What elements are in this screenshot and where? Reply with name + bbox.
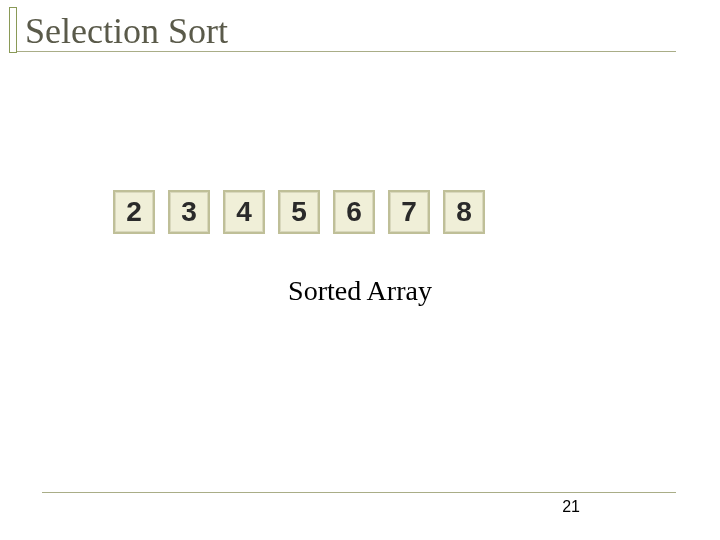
array-cell: 3 [168,190,210,234]
title-accent-box [9,7,17,53]
array-cell: 4 [223,190,265,234]
array-cell: 6 [333,190,375,234]
header-divider [9,51,676,52]
array-cell: 7 [388,190,430,234]
page-number: 21 [562,498,580,516]
array-cell: 8 [443,190,485,234]
array-cell: 5 [278,190,320,234]
footer-divider [42,492,676,493]
array-cell: 2 [113,190,155,234]
array-row: 2 3 4 5 6 7 8 [113,190,485,234]
page-title: Selection Sort [25,10,228,52]
array-caption: Sorted Array [0,275,720,307]
